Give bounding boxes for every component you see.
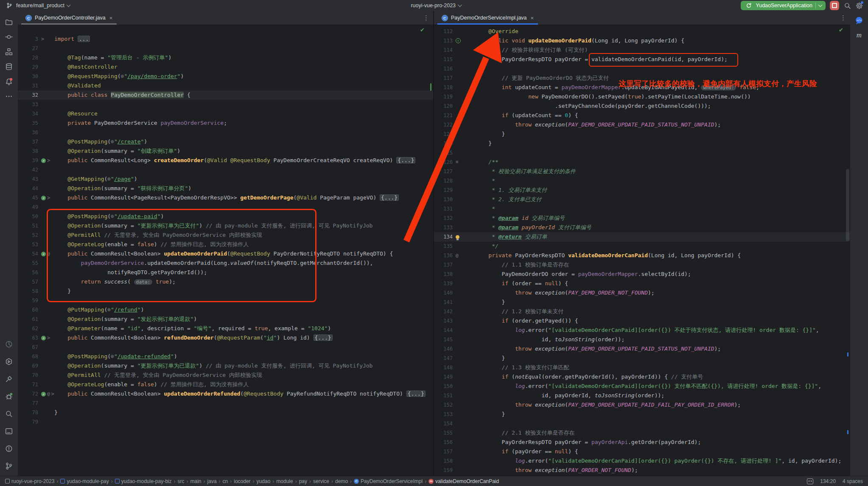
code-line[interactable]: 141 } (434, 298, 850, 307)
code-line[interactable]: 146 throw exception(PAY_DEMO_ORDER_UPDAT… (434, 344, 850, 354)
endpoint-icon[interactable]: ↗ (41, 392, 46, 396)
line-number[interactable]: 118 (434, 83, 453, 92)
tab-paydemoorderserviceimpl[interactable]: C PayDemoOrderServiceImpl.java × (437, 11, 538, 25)
line-number[interactable]: 120 (434, 101, 453, 111)
line-number[interactable]: 141 (434, 298, 453, 307)
code-line[interactable]: 148 // 1.3 校验支付订单匹配 (434, 363, 850, 372)
code-line[interactable]: 142 // 1.2 校验订单未支付 (434, 307, 850, 316)
code-line[interactable]: 35 private PayDemoOrderService payDemoOr… (18, 118, 433, 128)
line-number[interactable]: 63 (18, 333, 38, 343)
code-line[interactable]: 128 * (434, 176, 850, 185)
breadcrumb-item[interactable]: iocoder (234, 478, 250, 484)
code-line[interactable]: 123 } (434, 129, 850, 139)
breadcrumb-item[interactable]: CPayDemoOrderServiceImpl (354, 478, 423, 484)
code-line[interactable]: 155 // 2.1 校验支付单是否存在 (434, 428, 850, 438)
code-line[interactable]: 145 id, toJsonString(order)); (434, 335, 850, 344)
code-line[interactable]: 149 if (notEqual(order.getPayOrderId(), … (434, 372, 850, 382)
code-line[interactable]: 67 (18, 343, 433, 352)
line-number[interactable]: 154 (434, 419, 453, 428)
code-line[interactable]: 42 (18, 165, 433, 174)
line-number[interactable]: 137 (434, 260, 453, 270)
code-line[interactable]: 157 if (payOrder == null) { (434, 447, 850, 456)
breadcrumb-item[interactable]: src (178, 478, 185, 484)
line-number[interactable]: 116 (434, 64, 453, 73)
fold-icon[interactable]: > (47, 193, 50, 202)
line-number[interactable]: 138 (434, 270, 453, 279)
breadcrumb-item[interactable]: pay (299, 478, 307, 484)
line-number[interactable]: 152 (434, 400, 453, 410)
line-number[interactable]: 58 (18, 287, 38, 296)
line-number[interactable]: 153 (434, 410, 453, 419)
code-line[interactable]: 37 @PostMapping(⊕"/create") (18, 137, 433, 146)
endpoint-icon[interactable]: ↗ (41, 196, 46, 200)
line-number[interactable]: 39 (18, 156, 38, 165)
line-number[interactable]: 132 (434, 214, 453, 223)
code-line[interactable]: 153 } (434, 410, 850, 419)
code-line[interactable]: 31 @Validated (18, 81, 433, 90)
code-line[interactable]: 127 * 校验交易订单满足被支付的条件 (434, 167, 850, 176)
line-number[interactable]: 157 (434, 447, 453, 456)
code-line[interactable]: 138 PayDemoOrderDO order = payDemoOrderM… (434, 270, 850, 279)
code-line[interactable]: 126≡ /** (434, 157, 850, 167)
line-number[interactable]: 125 (434, 148, 453, 157)
code-line[interactable]: 134 * @return 交易订单 (434, 232, 850, 242)
code-line[interactable]: 45↗> public CommonResult<PageResult<PayD… (18, 193, 433, 202)
line-number[interactable]: 36 (18, 128, 38, 137)
fold-icon[interactable]: > (51, 389, 54, 399)
breadcrumb-item[interactable]: cn (223, 478, 228, 484)
code-line[interactable]: 112 @Override (434, 27, 850, 36)
line-number[interactable]: 79 (18, 417, 38, 427)
stripe-terminal-button[interactable] (5, 427, 13, 435)
line-number[interactable]: 142 (434, 307, 453, 316)
line-number[interactable]: 151 (434, 391, 453, 400)
endpoint-icon[interactable]: ↗ (41, 158, 46, 163)
run-configuration-button[interactable]: YudaoServerApplication (741, 1, 826, 10)
line-number[interactable]: 50 (18, 212, 38, 221)
code-line[interactable]: 77 (18, 399, 433, 408)
endpoint-icon[interactable]: ↗ (41, 336, 46, 340)
line-number[interactable]: 139 (434, 279, 453, 288)
stripe-database-button[interactable] (5, 62, 13, 71)
code-line[interactable]: 36 (18, 128, 433, 137)
code-line[interactable]: 133 * @param payOrderId 支付订单编号 (434, 223, 850, 232)
line-number[interactable]: 159 (434, 466, 453, 475)
line-number[interactable]: 38 (18, 146, 38, 156)
code-line[interactable]: 158 log.error("[validateDemoOrderCanPaid… (434, 456, 850, 466)
line-number[interactable]: 27 (18, 44, 38, 53)
code-line[interactable]: 125 (434, 148, 850, 157)
code-line[interactable]: 130 * 2. 支付单已支付 (434, 195, 850, 204)
indent-style[interactable]: 4 spaces (843, 478, 863, 484)
git-branch-widget[interactable]: feature/mall_product (5, 1, 70, 10)
line-number[interactable]: 150 (434, 382, 453, 391)
line-number[interactable]: 34 (18, 109, 38, 118)
scrollbar-thumb[interactable] (846, 169, 849, 241)
code-line[interactable]: 38 @Operation(summary = "创建示例订单") (18, 146, 433, 156)
line-number[interactable]: 28 (18, 53, 38, 62)
breadcrumb-item[interactable]: demo (335, 478, 348, 484)
inspections-ok-icon[interactable]: ✔ (420, 27, 425, 33)
line-number[interactable]: 114 (434, 45, 453, 55)
line-number[interactable]: 77 (18, 399, 38, 408)
line-number[interactable]: 136 (434, 251, 453, 260)
tab-options-icon[interactable]: ⋮ (423, 14, 430, 22)
line-number[interactable]: 30 (18, 72, 38, 81)
line-number[interactable]: 140 (434, 288, 453, 298)
code-line[interactable]: 60 @PutMapping(⊕"/refund") (18, 305, 433, 315)
settings-button[interactable] (855, 2, 863, 9)
code-line[interactable]: 120 .setPayChannelCode(payOrder.getChann… (434, 101, 850, 111)
line-number[interactable]: 143 (434, 316, 453, 326)
code-line[interactable]: 30 @RequestMapping(⊕"/pay/demo-order") (18, 72, 433, 81)
close-icon[interactable]: × (531, 15, 534, 21)
stop-button[interactable] (830, 1, 839, 10)
code-line[interactable]: 135 */ (434, 242, 850, 251)
code-line[interactable]: 68 @PostMapping(⊕"/update-refunded") (18, 352, 433, 361)
line-number[interactable]: 3 (18, 34, 38, 44)
tab-options-icon[interactable]: ⋮ (840, 14, 847, 22)
code-line[interactable]: 44 @Operation(summary = "获得示例订单分页") (18, 184, 433, 193)
code-line[interactable]: 129 * 1. 交易订单未支付 (434, 185, 850, 195)
stripe-debug-button[interactable] (5, 392, 13, 401)
line-number[interactable]: 145 (434, 335, 453, 344)
code-line[interactable]: 39↗> public CommonResult<Long> createDem… (18, 156, 433, 165)
project-widget[interactable]: ruoyi-vue-pro-2023 (411, 3, 461, 8)
line-number[interactable]: 124 (434, 139, 453, 148)
